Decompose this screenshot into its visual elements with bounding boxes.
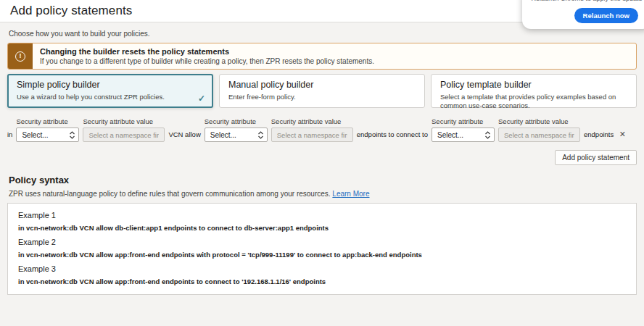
card-policy-template-builder[interactable]: Policy template builder Select a templat… — [431, 74, 637, 108]
field-label: Security attribute value — [498, 117, 580, 125]
card-title: Simple policy builder — [17, 80, 204, 90]
page-title: Add policy statements — [10, 4, 132, 18]
field-label: Security attribute — [432, 117, 495, 125]
field-label: Security attribute — [205, 117, 268, 125]
warning-body: Changing the builder resets the policy s… — [33, 43, 381, 69]
security-attribute-value-input-3[interactable] — [498, 128, 580, 142]
policy-syntax-title: Policy syntax — [9, 175, 635, 185]
card-description: Use a wizard to help you construct ZPR p… — [17, 93, 204, 101]
example-label: Example 2 — [18, 238, 626, 246]
security-attribute-field-3: Security attribute Select... — [432, 117, 495, 142]
selected-check-icon: ✓ — [198, 93, 205, 104]
field-label: Security attribute — [16, 117, 79, 125]
warning-banner: ! Changing the builder resets the policy… — [7, 43, 637, 70]
select-value: Select... — [22, 131, 48, 139]
card-description: Select a template that provides policy e… — [440, 93, 627, 110]
builder-cards: Simple policy builder Use a wizard to he… — [7, 74, 637, 108]
chrome-update-message: Relaunch Chrome to apply this update — [531, 0, 643, 2]
add-statement-row: Add policy statement — [7, 150, 637, 165]
main-content: Choose how you want to build your polici… — [0, 30, 644, 295]
chevron-up-down-icon — [70, 131, 75, 139]
security-attribute-select-2[interactable]: Select... — [205, 128, 268, 142]
security-attribute-value-input-2[interactable] — [271, 128, 353, 142]
example-code: in vcn-network:db VCN allow app:front-en… — [18, 277, 626, 285]
learn-more-link[interactable]: Learn More — [332, 190, 369, 198]
add-policy-statement-button[interactable]: Add policy statement — [555, 150, 637, 165]
security-attribute-field-2: Security attribute Select... — [205, 117, 268, 142]
security-attribute-value-field-3: Security attribute value — [498, 117, 580, 142]
security-attribute-value-field-1: Security attribute value — [83, 117, 165, 142]
relaunch-now-button[interactable]: Relaunch now — [574, 8, 638, 23]
warning-accent-strip: ! — [8, 43, 33, 69]
security-attribute-field-1: Security attribute Select... — [16, 117, 79, 142]
chrome-update-popup: Relaunch Chrome to apply this update Rel… — [522, 0, 644, 29]
card-simple-policy-builder[interactable]: Simple policy builder Use a wizard to he… — [7, 74, 213, 108]
field-label: Security attribute value — [271, 117, 353, 125]
card-title: Policy template builder — [440, 80, 627, 90]
intro-text: Choose how you want to build your polici… — [9, 30, 635, 38]
exclamation-circle-icon: ! — [15, 51, 25, 62]
chevron-up-down-icon — [485, 131, 490, 139]
example-label: Example 1 — [18, 211, 626, 220]
security-attribute-value-input-1[interactable] — [83, 128, 165, 142]
connector-vcn-allow: VCN allow — [168, 130, 200, 142]
warning-title: Changing the builder resets the policy s… — [40, 47, 374, 56]
example-code: in vcn-network:db VCN allow app:front-en… — [18, 251, 626, 259]
connector-in: in — [7, 130, 12, 142]
example-label: Example 3 — [18, 264, 626, 273]
card-description: Enter free-form policy. — [228, 93, 416, 101]
security-attribute-value-field-2: Security attribute value — [271, 117, 353, 142]
remove-statement-button[interactable]: × — [619, 128, 625, 142]
connector-endpoints: endpoints — [584, 130, 614, 142]
policy-statement-row: in Security attribute Select... Security… — [7, 117, 637, 142]
select-value: Select... — [437, 131, 463, 139]
connector-endpoints-to-connect-to: endpoints to connect to — [357, 130, 428, 142]
card-manual-policy-builder[interactable]: Manual policy builder Enter free-form po… — [219, 74, 425, 108]
policy-syntax-description: ZPR uses natural-language policy to defi… — [9, 190, 635, 198]
chevron-up-down-icon — [258, 131, 263, 139]
security-attribute-select-1[interactable]: Select... — [16, 128, 79, 142]
security-attribute-select-3[interactable]: Select... — [432, 128, 495, 142]
field-label: Security attribute value — [83, 117, 165, 125]
select-value: Select... — [210, 131, 236, 139]
example-code: in vcn-network:db VCN allow db-client:ap… — [18, 224, 626, 232]
policy-syntax-description-text: ZPR uses natural-language policy to defi… — [9, 190, 331, 198]
policy-examples-box: Example 1 in vcn-network:db VCN allow db… — [7, 203, 637, 295]
card-title: Manual policy builder — [228, 80, 416, 90]
warning-description: If you change to a different type of bui… — [40, 57, 374, 65]
